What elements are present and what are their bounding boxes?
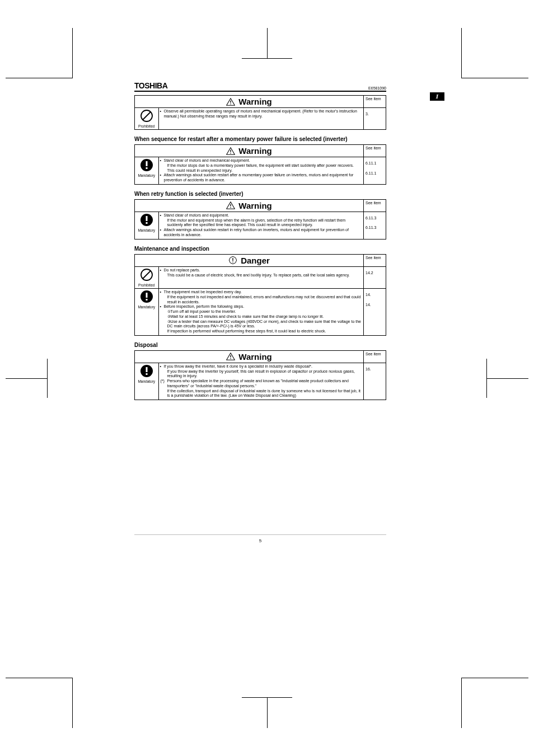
warning-icon [226, 353, 235, 360]
crop-mark [6, 678, 73, 728]
icon-cell: Mandatory [135, 157, 158, 184]
reference-cell: 6.11.16.11.1 [364, 157, 386, 185]
see-item-header: See item [364, 254, 386, 267]
safety-table: Warning See item Mandatory If you throw … [134, 350, 386, 400]
banner-text: Danger [241, 256, 270, 265]
crop-mark [6, 28, 73, 78]
content-cell: Stand clear of motors and equipment.If t… [158, 212, 363, 239]
reference-cell: 14.2 [364, 267, 386, 289]
warning-icon [226, 98, 235, 106]
page-content: TOSHIBA E6581090 Warning See item Prohib… [134, 81, 386, 543]
icon-cell: Mandatory [135, 363, 158, 400]
icon-label: Mandatory [137, 379, 157, 383]
bullet-item: Attach warnings about sudden restart in … [164, 228, 362, 238]
bullet-item: Before inspection, perform the following… [164, 304, 362, 334]
crop-mark [461, 678, 528, 728]
banner-text: Warning [238, 97, 271, 106]
section-title: Maintenance and inspection [134, 245, 386, 252]
see-item-header: See item [364, 96, 386, 108]
content-cell: Stand clear of motors and mechanical equ… [158, 157, 363, 184]
content-cell: If you throw away the inverter, have it … [158, 363, 363, 400]
section-title: Disposal [134, 341, 386, 349]
section-title: When sequence for restart after a moment… [134, 135, 386, 143]
safety-table: Danger See item Prohibited Do not replac… [134, 254, 386, 336]
banner-cell: Danger [135, 254, 364, 267]
icon-label: Mandatory [137, 228, 157, 232]
brand-logo: TOSHIBA [134, 81, 167, 90]
content-cell: Observe all permissible operating ranges… [158, 108, 363, 129]
reference-cell: 16. [364, 363, 386, 400]
section-title: When retry function is selected (inverte… [134, 190, 386, 198]
crop-mark [461, 28, 528, 78]
warning-icon [226, 201, 235, 209]
see-item-header: See item [364, 145, 386, 157]
banner-cell: Warning [135, 199, 364, 212]
reference-cell: 3. [364, 108, 386, 130]
page-header: TOSHIBA E6581090 [134, 81, 386, 92]
banner-text: Warning [238, 352, 271, 361]
mandatory-icon [140, 213, 153, 227]
safety-table: Warning See item Prohibited Observe all … [134, 95, 386, 130]
prohibited-icon [140, 268, 153, 281]
icon-cell: Mandatory [135, 289, 158, 335]
warning-icon [226, 147, 235, 155]
bullet-item: The equipment must be inspected every da… [164, 290, 362, 304]
banner-cell: Warning [135, 350, 364, 363]
icon-label: Prohibited [137, 124, 157, 128]
safety-table: Warning See item Mandatory Stand clear o… [134, 199, 386, 240]
safety-table: Warning See item Mandatory Stand clear o… [134, 144, 386, 185]
crop-mark [478, 359, 528, 398]
content-cell: The equipment must be inspected every da… [158, 289, 363, 335]
icon-cell: Mandatory [135, 212, 158, 239]
icon-label: Mandatory [137, 305, 157, 309]
mandatory-icon [140, 158, 153, 172]
banner-cell: Warning [135, 96, 364, 108]
content-cell: Do not replace parts.This could be a cau… [158, 267, 363, 288]
page-number: 5 [134, 534, 386, 543]
document-number: E6581090 [368, 86, 386, 90]
bullet-item: Attach warnings about sudden restart aft… [164, 173, 362, 183]
icon-cell: Prohibited [135, 108, 158, 129]
bullet-item: If you throw away the inverter, have it … [164, 364, 362, 379]
see-item-header: See item [364, 199, 386, 212]
bullet-item: Observe all permissible operating ranges… [164, 109, 362, 119]
reference-cell: 6.11.36.11.3 [364, 212, 386, 239]
mandatory-icon [140, 364, 153, 378]
prohibited-icon [140, 109, 153, 123]
crop-mark [6, 359, 56, 398]
chapter-tab: I [430, 92, 444, 101]
reference-cell: 14.14. [364, 289, 386, 336]
mandatory-icon [140, 290, 153, 303]
banner-cell: Warning [135, 145, 364, 157]
see-item-header: See item [364, 350, 386, 363]
icon-label: Prohibited [137, 283, 157, 287]
bullet-item: Stand clear of motors and mechanical equ… [164, 158, 362, 173]
danger-icon [228, 256, 237, 265]
icon-cell: Prohibited [135, 267, 158, 288]
banner-text: Warning [238, 201, 271, 210]
crop-mark [242, 689, 292, 728]
bullet-item: Do not replace parts.This could be a cau… [164, 268, 362, 278]
banner-text: Warning [238, 146, 271, 156]
bullet-item: Stand clear of motors and equipment.If t… [164, 213, 362, 228]
icon-label: Mandatory [137, 173, 157, 177]
crop-mark [242, 28, 292, 67]
